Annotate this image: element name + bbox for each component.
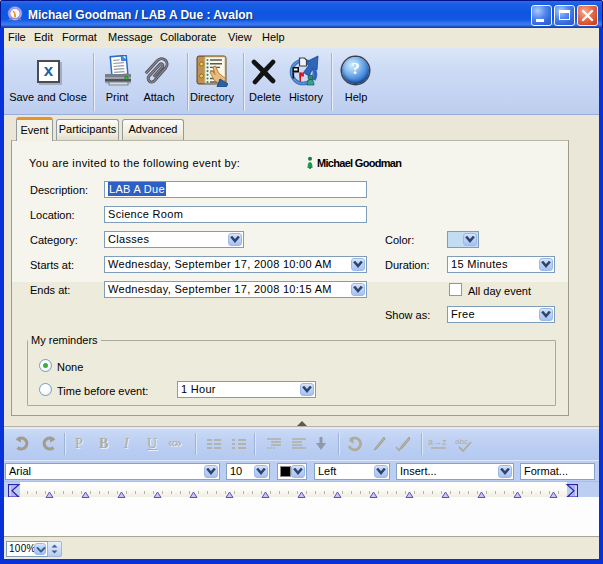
svg-text:abc: abc — [455, 437, 468, 446]
svg-text:a→z: a→z — [428, 437, 447, 447]
